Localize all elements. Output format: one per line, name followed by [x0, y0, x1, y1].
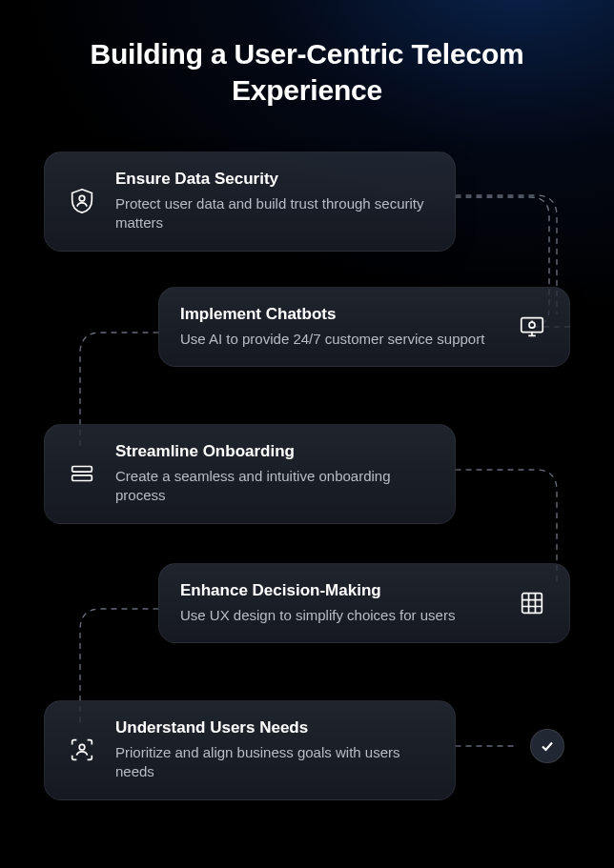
step-heading: Enhance Decision-Making [180, 581, 499, 600]
grid-icon [516, 587, 548, 619]
svg-point-6 [79, 745, 85, 751]
shield-user-icon [66, 185, 98, 217]
step-heading: Implement Chatbots [180, 305, 499, 324]
check-icon [540, 738, 555, 754]
step-desc: Use UX design to simplify choices for us… [180, 606, 499, 625]
svg-rect-4 [72, 475, 92, 481]
step-card-chatbots: Implement Chatbots Use AI to provide 24/… [158, 287, 570, 367]
step-card-decision: Enhance Decision-Making Use UX design to… [158, 563, 570, 643]
step-desc: Use AI to provide 24/7 customer service … [180, 330, 499, 349]
svg-rect-3 [72, 467, 92, 473]
step-desc: Create a seamless and intuitive onboardi… [115, 467, 434, 506]
page-title: Building a User-Centric Telecom Experien… [0, 0, 614, 108]
step-desc: Prioritize and align business goals with… [115, 743, 434, 782]
step-card-user-needs: Understand Users Needs Prioritize and al… [44, 700, 456, 800]
chatbot-screen-icon [516, 311, 548, 343]
rows-icon [66, 457, 98, 490]
step-heading: Ensure Data Security [115, 170, 434, 189]
user-focus-icon [66, 734, 98, 766]
svg-point-2 [529, 322, 535, 328]
step-heading: Understand Users Needs [115, 718, 434, 737]
svg-point-0 [79, 196, 85, 202]
step-desc: Protect user data and build trust throug… [115, 194, 434, 233]
svg-rect-5 [522, 594, 542, 614]
svg-rect-1 [522, 318, 543, 333]
step-heading: Streamline Onboarding [115, 442, 434, 461]
step-card-onboarding: Streamline Onboarding Create a seamless … [44, 424, 456, 524]
step-card-security: Ensure Data Security Protect user data a… [44, 151, 456, 252]
check-badge [530, 729, 564, 763]
